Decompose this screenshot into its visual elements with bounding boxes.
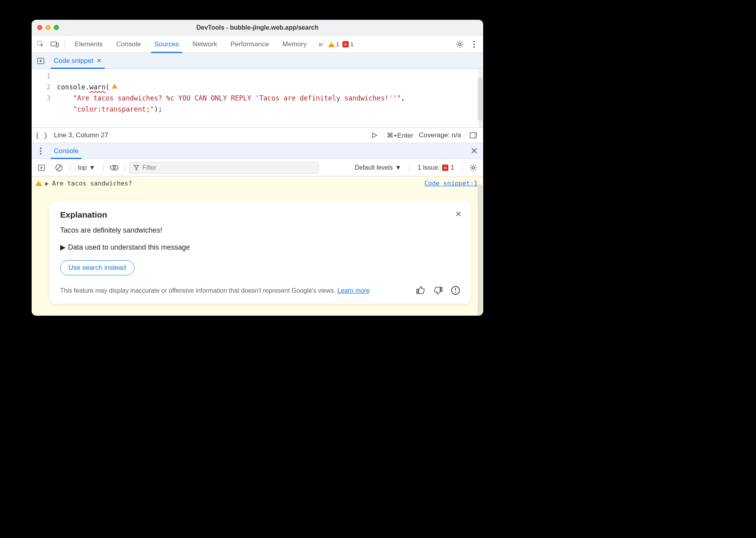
data-used-disclosure[interactable]: ▶ Data used to understand this message bbox=[60, 243, 460, 252]
issues-counter[interactable]: 1 Issue: × 1 bbox=[414, 163, 458, 173]
inspect-element-icon[interactable] bbox=[34, 38, 47, 51]
code-token: ); bbox=[154, 105, 162, 113]
traffic-lights bbox=[37, 25, 59, 30]
more-menu-icon[interactable] bbox=[467, 38, 481, 51]
inline-warning-icon bbox=[112, 84, 117, 89]
warnings-counter[interactable]: 1 bbox=[328, 41, 339, 47]
thumbs-down-icon[interactable] bbox=[433, 286, 443, 295]
sources-file-tabs: Code snippet ✕ bbox=[32, 53, 483, 69]
svg-point-18 bbox=[472, 167, 474, 169]
separator bbox=[409, 163, 410, 172]
show-sidebar-icon[interactable] bbox=[467, 129, 480, 142]
line-number: 3 bbox=[32, 93, 51, 104]
code-string: "Are tacos sandwiches? %c YOU CAN ONLY R… bbox=[73, 94, 401, 102]
tab-network[interactable]: Network bbox=[186, 36, 223, 53]
close-window-button[interactable] bbox=[37, 25, 42, 30]
device-toolbar-icon[interactable] bbox=[48, 38, 62, 51]
code-indent bbox=[57, 105, 73, 113]
svg-point-4 bbox=[473, 41, 475, 42]
expand-log-icon[interactable]: ▶ bbox=[45, 180, 49, 187]
coverage-status: Coverage: n/a bbox=[419, 131, 461, 139]
filter-icon bbox=[134, 165, 139, 170]
tab-console[interactable]: Console bbox=[110, 36, 147, 53]
levels-label: Default levels bbox=[355, 164, 393, 171]
warnings-count: 1 bbox=[336, 41, 339, 47]
issues-count: 1 bbox=[451, 164, 454, 171]
issues-label: 1 Issue: bbox=[418, 164, 440, 171]
run-snippet-icon[interactable] bbox=[368, 129, 381, 142]
svg-point-16 bbox=[110, 165, 118, 170]
run-shortcut-hint: ⌘+Enter bbox=[387, 131, 414, 140]
log-source-link[interactable]: Code snippet:1 bbox=[424, 180, 478, 187]
log-message: Are tacos sandwiches? bbox=[52, 180, 132, 187]
execution-context-selector[interactable]: top ▼ bbox=[74, 163, 99, 173]
explanation-card: ✕ Explanation Tacos are definitely sandw… bbox=[49, 201, 471, 304]
devtools-window: DevTools - bubble-jingle.web.app/search … bbox=[32, 20, 483, 316]
code-editor[interactable]: 1 2 3 console.warn( "Are tacos sandwiche… bbox=[32, 69, 483, 127]
minimize-window-button[interactable] bbox=[45, 25, 51, 30]
close-tab-icon[interactable]: ✕ bbox=[96, 57, 102, 64]
close-drawer-icon[interactable]: ✕ bbox=[467, 146, 481, 156]
console-log-row[interactable]: ▶ Are tacos sandwiches? Code snippet:1 bbox=[32, 176, 483, 189]
card-disclaimer: This feature may display inaccurate or o… bbox=[60, 286, 410, 295]
error-icon: × bbox=[342, 41, 349, 47]
separator bbox=[103, 163, 104, 172]
context-label: top bbox=[78, 164, 87, 171]
tab-sources[interactable]: Sources bbox=[148, 36, 185, 53]
console-settings-gear-icon[interactable] bbox=[467, 161, 480, 174]
separator bbox=[70, 163, 70, 172]
code-token-warn: warn bbox=[89, 83, 106, 91]
svg-point-17 bbox=[113, 167, 115, 169]
code-token: ( bbox=[106, 83, 110, 91]
filter-placeholder: Filter bbox=[142, 164, 157, 171]
drawer-tab-console[interactable]: Console bbox=[47, 143, 85, 159]
code-content: console.warn( "Are tacos sandwiches? %c … bbox=[55, 69, 483, 127]
titlebar: DevTools - bubble-jingle.web.app/search bbox=[32, 20, 483, 36]
line-number: 2 bbox=[32, 81, 51, 93]
line-gutter: 1 2 3 bbox=[32, 69, 55, 127]
tab-elements[interactable]: Elements bbox=[68, 36, 109, 53]
use-search-instead-button[interactable]: Use search instead bbox=[60, 260, 134, 275]
report-icon[interactable] bbox=[451, 286, 460, 295]
errors-counter[interactable]: × 1 bbox=[342, 41, 353, 47]
clear-console-icon[interactable] bbox=[52, 161, 66, 174]
editor-statusbar: { } Line 3, Column 27 ⌘+Enter Coverage: … bbox=[32, 127, 483, 143]
console-filter-input[interactable]: Filter bbox=[129, 162, 319, 174]
log-levels-selector[interactable]: Default levels ▼ bbox=[351, 163, 405, 173]
window-title: DevTools - bubble-jingle.web.app/search bbox=[32, 24, 483, 31]
zoom-window-button[interactable] bbox=[54, 25, 59, 30]
tabs-overflow-button[interactable]: » bbox=[314, 38, 327, 51]
code-token: , bbox=[401, 94, 405, 102]
tab-performance[interactable]: Performance bbox=[224, 36, 275, 53]
svg-point-12 bbox=[40, 153, 42, 155]
svg-rect-1 bbox=[51, 42, 57, 46]
file-tab-code-snippet[interactable]: Code snippet ✕ bbox=[49, 53, 106, 69]
svg-point-21 bbox=[455, 292, 456, 293]
drawer-menu-icon[interactable] bbox=[34, 144, 47, 158]
separator bbox=[125, 163, 125, 172]
settings-gear-icon[interactable] bbox=[453, 38, 467, 51]
warning-icon bbox=[328, 42, 335, 47]
line-number: 1 bbox=[32, 70, 51, 81]
editor-scrollbar[interactable] bbox=[478, 69, 483, 127]
live-expression-icon[interactable] bbox=[108, 161, 121, 174]
console-toolbar: top ▼ Filter Default levels ▼ 1 Issue: ×… bbox=[32, 159, 483, 176]
thumbs-up-icon[interactable] bbox=[416, 286, 425, 295]
svg-point-6 bbox=[473, 46, 475, 48]
show-navigator-icon[interactable] bbox=[34, 54, 47, 68]
code-token: console. bbox=[57, 83, 89, 91]
pretty-print-icon[interactable]: { } bbox=[35, 129, 48, 142]
learn-more-link[interactable]: Learn more bbox=[337, 287, 370, 294]
separator bbox=[65, 40, 65, 49]
feedback-icons bbox=[416, 286, 460, 295]
file-tab-label: Code snippet bbox=[54, 57, 93, 65]
toggle-sidebar-icon[interactable] bbox=[35, 161, 48, 174]
drawer-tabstrip: Console ✕ bbox=[32, 143, 483, 159]
close-card-icon[interactable]: ✕ bbox=[455, 209, 462, 219]
tab-memory[interactable]: Memory bbox=[276, 36, 313, 53]
cursor-position: Line 3, Column 27 bbox=[54, 131, 108, 139]
svg-rect-9 bbox=[474, 133, 476, 138]
main-tabstrip: Elements Console Sources Network Perform… bbox=[32, 36, 483, 53]
svg-point-11 bbox=[40, 150, 42, 152]
card-body: Tacos are definitely sandwiches! bbox=[60, 225, 460, 236]
